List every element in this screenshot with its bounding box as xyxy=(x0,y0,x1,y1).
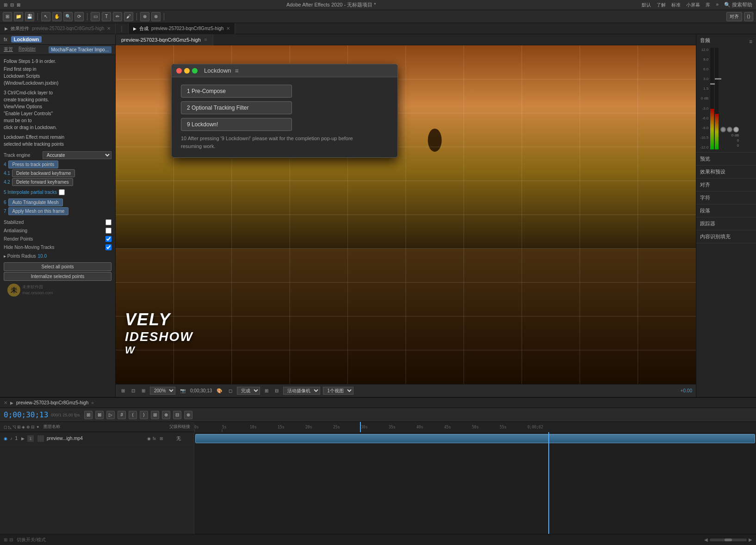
tool-puppet[interactable]: ⊕ xyxy=(140,12,149,21)
timeline-area: ✕ ▶ preview-257023-bqnCr8Gmz5-high ≡ 0;0… xyxy=(0,397,756,545)
step-optional-tracking-btn[interactable]: 2 Optional Tracking Filter xyxy=(181,101,292,114)
viewer-mode-select[interactable]: 完成 xyxy=(237,387,260,395)
tool-move[interactable]: ✋ xyxy=(52,12,62,21)
menu-ku[interactable]: 库 xyxy=(706,2,710,8)
tool-pen[interactable]: ✏ xyxy=(113,12,122,21)
viewer-tab-main[interactable]: preview-257023-bqnCr8Gmz5-high ≡ xyxy=(116,34,213,45)
step-lockdown-btn[interactable]: 9 Lockdown! xyxy=(181,118,292,131)
tl-ctrl-3[interactable]: ⟨ xyxy=(129,411,137,419)
viewer-ctrl-1[interactable]: ⊞ xyxy=(119,388,127,394)
viewer-ctrl-color[interactable]: 🎨 xyxy=(215,388,224,394)
save-btn[interactable]: 💾 xyxy=(25,12,34,21)
tool-select[interactable]: ↖ xyxy=(41,12,50,21)
reset-link[interactable]: 重置 xyxy=(4,46,13,53)
tl-ctrl-4[interactable]: ⟩ xyxy=(140,411,148,419)
panel-align[interactable]: 对齐 xyxy=(696,179,756,192)
tl-ctrl-play[interactable]: ▷ xyxy=(106,411,115,419)
switch-mode-label[interactable]: 切换开关/模式 xyxy=(17,537,46,543)
menu-xiaoping[interactable]: 小屏幕 xyxy=(686,2,700,8)
track-solo[interactable]: ◉ xyxy=(147,436,151,441)
timeline-zoom-slider[interactable] xyxy=(710,539,747,541)
meter-knob-1[interactable] xyxy=(720,127,726,132)
track-fx[interactable]: fx xyxy=(153,436,156,441)
panel-effects-presets[interactable]: 效果和预设 xyxy=(696,166,756,179)
tl-ctrl-5[interactable]: ⊞ xyxy=(151,411,159,419)
viewer-ctrl-2[interactable]: ⊡ xyxy=(130,388,137,394)
viewer-ctrl-3[interactable]: ⊞ xyxy=(140,388,147,394)
interpolate-checkbox[interactable] xyxy=(59,189,65,195)
snap-btn[interactable]: ⟨⟩ xyxy=(744,12,753,21)
panel-character[interactable]: 字符 xyxy=(696,192,756,204)
apply-mesh-btn[interactable]: Apply Mesh on this frame xyxy=(8,207,69,215)
panel-paragraph[interactable]: 段落 xyxy=(696,204,756,217)
timeline-close-icon[interactable]: ✕ xyxy=(4,400,7,405)
tab-composition[interactable]: ▶ 合成 preview-257023-bqnCr8Gmz5-high ✕ xyxy=(129,23,235,34)
panel-content-aware[interactable]: 内容识别填充 xyxy=(696,230,756,243)
search-icon[interactable]: 🔍 搜索帮助 xyxy=(724,1,752,8)
timeline-clip[interactable] xyxy=(195,434,755,443)
tl-ctrl-8[interactable]: ⊗ xyxy=(184,411,192,419)
tl-minimize[interactable] xyxy=(184,68,190,74)
zoom-select[interactable]: 200% xyxy=(150,387,175,395)
audio-menu[interactable]: ≡ xyxy=(749,38,752,45)
meter-knob-2[interactable] xyxy=(727,127,732,132)
new-project-btn[interactable]: ⊞ xyxy=(3,12,12,21)
viewer-ctrl-alpha[interactable]: ◻ xyxy=(227,388,234,394)
timeline-menu-icon[interactable]: ≡ xyxy=(91,401,93,405)
menu-moren[interactable]: 默认 xyxy=(642,2,651,8)
menu-biaozhun[interactable]: 标准 xyxy=(671,2,681,8)
step-pre-compose-btn[interactable]: 1 Pre-Compose xyxy=(181,85,292,98)
mocha-btn[interactable]: Mocha/Face Tracker Impo... xyxy=(49,46,112,53)
tl-ctrl-7[interactable]: ⊟ xyxy=(173,411,181,419)
tl-maximize[interactable] xyxy=(192,68,198,74)
viewer-snapshot[interactable]: 📷 xyxy=(178,388,187,394)
view-select[interactable]: 1个视图 xyxy=(323,387,353,395)
tl-ctrl-6[interactable]: ⊕ xyxy=(162,411,170,419)
delete-backward-btn[interactable]: Delete backward keyframe xyxy=(12,169,75,177)
toggle-mode-icon[interactable]: ⊞ xyxy=(4,537,7,542)
align-btn[interactable]: 对齐 xyxy=(726,12,742,21)
track-engine-select[interactable]: Accurate xyxy=(43,151,112,159)
timeline-zoom-left[interactable]: ◀ xyxy=(704,537,708,542)
camera-select[interactable]: 活动摄像机 xyxy=(283,387,320,395)
meter-knob-3[interactable] xyxy=(733,127,739,132)
tool-shape[interactable]: ▭ xyxy=(91,12,100,21)
svg-text:45s: 45s xyxy=(444,425,451,429)
antialiasing-checkbox[interactable] xyxy=(105,228,112,234)
hide-non-moving-checkbox[interactable] xyxy=(105,244,112,250)
tl-ctrl-stop[interactable]: # xyxy=(118,411,126,419)
timeline-tab-label[interactable]: preview-257023-bqnCr8Gmz5-high xyxy=(16,400,88,405)
select-all-btn[interactable]: Select all points xyxy=(4,262,112,271)
register-link[interactable]: Register xyxy=(19,46,36,53)
internalize-btn[interactable]: Internalize selected points xyxy=(4,272,112,281)
tool-roto[interactable]: ⊗ xyxy=(151,12,161,21)
render-points-checkbox[interactable] xyxy=(105,236,112,242)
viewer-ctrl-4[interactable]: ⊞ xyxy=(263,388,270,394)
tl-close[interactable] xyxy=(176,68,182,74)
timeline-zoom-right[interactable]: ▶ xyxy=(749,537,752,542)
tool-zoom[interactable]: 🔍 xyxy=(63,12,73,21)
track-effect[interactable]: ⊞ xyxy=(160,436,163,441)
menu-liaolie[interactable]: 了解 xyxy=(657,2,666,8)
tab-effects-controls[interactable]: ▶ 效果控件 preview-257023-bqnCr8Gmz5-high ✕ xyxy=(0,23,116,34)
viewer-ctrl-5[interactable]: ⊟ xyxy=(273,388,280,394)
press-track-points-btn[interactable]: Press to track points xyxy=(8,161,59,168)
tool-text[interactable]: T xyxy=(102,12,111,21)
panel-tracker[interactable]: 跟踪器 xyxy=(696,217,756,230)
audio-meter-container: 12.0 9.0 6.0 3.0 1.5 0 dB -3.0 -6.0 -9.0… xyxy=(700,48,752,149)
tool-paint[interactable]: 🖌 xyxy=(124,12,133,21)
panel-preview[interactable]: 预览 xyxy=(696,153,756,166)
delete-forward-btn[interactable]: Delete forward keyframes xyxy=(12,178,73,186)
track-expand-icon[interactable]: ▶ xyxy=(21,436,25,441)
open-btn[interactable]: 📁 xyxy=(14,12,23,21)
menu-more[interactable]: » xyxy=(716,2,719,8)
toggle-mode-icon-2[interactable]: ⊟ xyxy=(9,537,13,542)
dialog-menu-icon[interactable]: ≡ xyxy=(235,67,239,74)
tl-ctrl-2[interactable]: ⊠ xyxy=(95,411,104,419)
tl-ctrl-1[interactable]: ⊞ xyxy=(84,411,93,419)
tool-camera-rotate[interactable]: ⟳ xyxy=(74,12,84,21)
tab-comp-close[interactable]: ✕ xyxy=(226,26,230,31)
stabilized-checkbox[interactable] xyxy=(105,219,112,225)
auto-triangulate-btn[interactable]: Auto Triangulate Mesh xyxy=(8,198,63,206)
tab-effects-close[interactable]: ✕ xyxy=(107,26,111,31)
